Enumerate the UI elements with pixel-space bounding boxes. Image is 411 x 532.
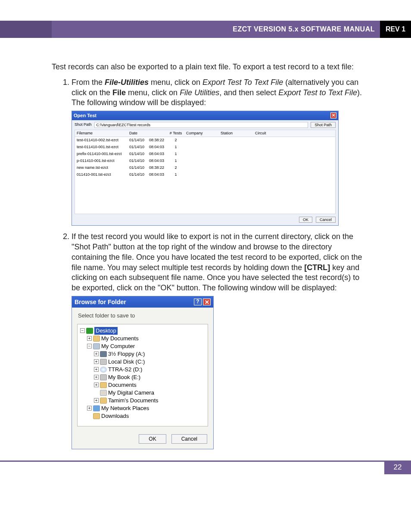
steps-list: From the File-Utilities menu, click on E… xyxy=(52,78,364,449)
open-test-title: Open Test xyxy=(74,112,97,119)
intro-para: Test records can also be exported to a p… xyxy=(52,62,364,72)
expand-icon[interactable]: + xyxy=(87,336,92,341)
expand-icon[interactable]: + xyxy=(94,367,99,372)
rev-badge: REV 1 xyxy=(380,21,411,38)
col-circuit[interactable]: Circuit xyxy=(253,130,335,137)
shot-path-label: Shot Path xyxy=(75,122,92,128)
tree-node-desktop[interactable]: −Desktop xyxy=(80,327,205,335)
network-icon xyxy=(93,405,100,411)
expand-icon[interactable]: + xyxy=(94,398,99,403)
col-company[interactable]: Company xyxy=(184,130,219,137)
header-accent xyxy=(0,21,52,38)
ok-button[interactable]: OK xyxy=(299,217,312,223)
shot-path-button[interactable]: Shot Path xyxy=(311,122,336,128)
page-content: Test records can also be exported to a p… xyxy=(0,38,411,449)
tree-node-mydocs[interactable]: +My Documents xyxy=(80,335,205,342)
cancel-button[interactable]: Cancel xyxy=(171,434,207,444)
collapse-icon[interactable]: − xyxy=(80,328,85,333)
open-test-toolbar: Shot Path C:\Vanguard\EZCT\test records … xyxy=(72,120,338,130)
manual-title: EZCT VERSION 5.x SOFTWARE MANUAL xyxy=(52,21,380,38)
tree-node-edrive[interactable]: +My Book (E:) xyxy=(80,373,205,381)
table-row[interactable]: p-011410-001.tst-ezct01/14/1008:04:031 xyxy=(75,158,335,165)
step-2: If the test record you would like to exp… xyxy=(72,232,364,449)
close-icon[interactable]: ✕ xyxy=(330,112,336,118)
expand-icon[interactable]: + xyxy=(94,359,99,364)
page-footer: 22 xyxy=(0,460,411,474)
grid-body[interactable]: test-011410-002.tst-ezct01/14/1008:38:22… xyxy=(75,137,335,214)
table-row[interactable]: test-011410-002.tst-ezct01/14/1008:38:22… xyxy=(75,137,335,144)
bff-titlebar: Browse for Folder ? ✕ xyxy=(72,296,213,308)
help-icon[interactable]: ? xyxy=(194,299,202,305)
table-row[interactable]: prefix-011410-001.tst-ezct01/14/1008:04:… xyxy=(75,151,335,158)
page-number: 22 xyxy=(384,460,411,474)
camera-icon xyxy=(100,390,107,396)
bff-title: Browse for Folder xyxy=(75,298,126,306)
grid-header: Filename Date # Tests Company Station Ci… xyxy=(75,130,335,137)
bff-message: Select folder to save to xyxy=(72,308,213,322)
step-1: From the File-Utilities menu, click on E… xyxy=(72,78,364,226)
tree-node-camera[interactable]: My Digital Camera xyxy=(80,389,205,397)
tree-node-downloads[interactable]: Downloads xyxy=(80,412,205,420)
shot-path-input[interactable]: C:\Vanguard\EZCT\test records xyxy=(94,122,308,128)
bff-buttons: OK Cancel xyxy=(72,431,213,449)
tree-node-ddrive[interactable]: +TTRA-S2 (D:) xyxy=(80,366,205,373)
folder-icon xyxy=(100,382,107,388)
open-test-buttons: OK Cancel xyxy=(72,214,338,225)
col-station[interactable]: Station xyxy=(219,130,253,137)
floppy-icon xyxy=(100,351,107,357)
col-date[interactable]: Date xyxy=(128,130,147,137)
tree-node-tamim[interactable]: +Tamim's Documents xyxy=(80,397,205,404)
open-test-window: Open Test ✕ Shot Path C:\Vanguard\EZCT\t… xyxy=(72,111,339,226)
tree-node-cdrive[interactable]: +Local Disk (C:) xyxy=(80,358,205,366)
folder-tree[interactable]: −Desktop +My Documents −My Computer +3½ … xyxy=(77,324,208,426)
tree-node-netplaces[interactable]: +My Network Places xyxy=(80,404,205,412)
computer-icon xyxy=(93,343,100,349)
tree-node-documents[interactable]: +Documents xyxy=(80,381,205,389)
col-ntests[interactable]: # Tests xyxy=(167,130,184,137)
tree-node-floppy[interactable]: +3½ Floppy (A:) xyxy=(80,350,205,358)
browse-folder-window: Browse for Folder ? ✕ Select folder to s… xyxy=(72,296,214,449)
close-icon[interactable]: ✕ xyxy=(203,299,211,305)
desktop-icon xyxy=(86,328,93,334)
record-grid: Filename Date # Tests Company Station Ci… xyxy=(75,130,336,215)
expand-icon[interactable]: + xyxy=(94,352,99,356)
expand-icon[interactable]: + xyxy=(94,383,99,387)
disk-icon xyxy=(100,359,107,365)
table-row[interactable]: 011410-001.tst-ezct01/14/1008:04:031 xyxy=(75,171,335,178)
table-row[interactable]: test-011410-001.tst-ezct01/14/1008:04:03… xyxy=(75,144,335,151)
collapse-icon[interactable]: − xyxy=(87,344,92,348)
folder-icon xyxy=(93,336,100,342)
expand-icon[interactable]: + xyxy=(94,375,99,380)
col-filename[interactable]: Filename xyxy=(75,130,128,137)
folder-icon xyxy=(100,398,107,404)
table-row[interactable]: new name.tst-ezct01/14/1008:38:222 xyxy=(75,165,335,171)
cancel-button[interactable]: Cancel xyxy=(316,217,336,223)
tree-node-mycomp[interactable]: −My Computer xyxy=(80,342,205,350)
disk-icon xyxy=(100,374,107,380)
folder-icon xyxy=(93,413,100,419)
open-test-titlebar: Open Test ✕ xyxy=(72,111,338,120)
cd-icon xyxy=(100,367,107,373)
page-header: EZCT VERSION 5.x SOFTWARE MANUAL REV 1 xyxy=(0,21,411,38)
ok-button[interactable]: OK xyxy=(139,434,166,444)
expand-icon[interactable]: + xyxy=(87,406,92,411)
